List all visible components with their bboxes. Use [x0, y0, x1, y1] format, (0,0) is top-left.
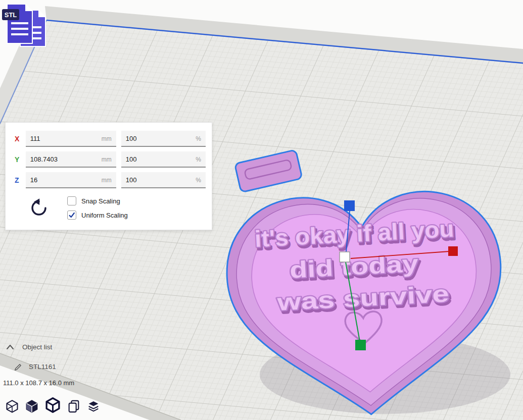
scale-x-mm-input[interactable]: [26, 131, 116, 147]
stacked-layers-icon[interactable]: [86, 399, 101, 415]
scale-handle-y[interactable]: [355, 340, 366, 350]
wireframe-cube-icon[interactable]: [5, 399, 19, 415]
scale-y-percent-input[interactable]: [121, 151, 206, 168]
uniform-scaling-checkbox[interactable]: Uniform Scaling: [67, 211, 128, 220]
edit-pencil-icon: [14, 362, 23, 371]
view-mode-toolbar: [5, 397, 101, 415]
object-item-name: STL1161: [29, 363, 56, 371]
scale-x-percent-input[interactable]: [121, 131, 206, 147]
axis-x-label: X: [15, 135, 23, 143]
scale-z-mm-input[interactable]: [26, 172, 116, 188]
scale-handle-x[interactable]: [448, 246, 458, 256]
scale-y-mm-input[interactable]: [26, 151, 116, 168]
chevron-up-icon: [6, 344, 14, 350]
uniform-scaling-label: Uniform Scaling: [81, 212, 128, 219]
stl-file-icon[interactable]: STL: [2, 1, 53, 51]
scale-row-y: Y mm %: [12, 151, 206, 168]
axis-y-label: Y: [15, 155, 23, 164]
snap-scaling-label: Snap Scaling: [81, 197, 120, 205]
svg-text:STL: STL: [5, 11, 17, 19]
shaded-cube-icon[interactable]: [25, 399, 39, 415]
stl-badge: STL: [2, 9, 19, 20]
uniform-scaling-checkbox-box[interactable]: [67, 211, 76, 220]
scale-row-z: Z mm %: [12, 172, 206, 188]
checkmark-icon: [68, 212, 75, 219]
object-list-item[interactable]: STL1161: [14, 362, 56, 371]
scale-handle-z[interactable]: [344, 200, 355, 211]
solid-cube-icon[interactable]: [44, 397, 61, 415]
snap-scaling-checkbox-box[interactable]: [67, 196, 76, 205]
scale-row-x: X mm %: [12, 131, 206, 147]
scale-handle-center[interactable]: [340, 252, 350, 262]
reset-rotate-icon: [29, 198, 49, 218]
model-dimensions-label: 111.0 x 108.7 x 16.0 mm: [3, 379, 74, 387]
snap-scaling-checkbox[interactable]: Snap Scaling: [67, 196, 128, 205]
object-list-title: Object list: [22, 343, 52, 351]
slicer-window: it's okay if all you did today was survi…: [0, 0, 523, 420]
copy-pages-icon[interactable]: [67, 399, 81, 415]
object-list-header[interactable]: Object list: [6, 343, 52, 351]
scale-z-percent-input[interactable]: [121, 172, 206, 188]
reset-scale-button[interactable]: [29, 198, 49, 218]
scale-tool-panel: X mm % Y mm % Z mm: [5, 122, 212, 230]
axis-z-label: Z: [15, 176, 23, 184]
